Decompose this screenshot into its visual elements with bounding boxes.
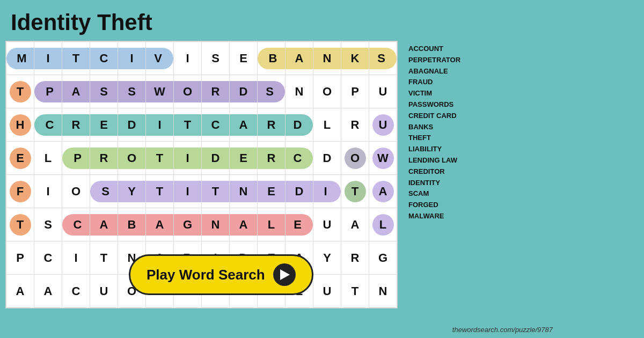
cell-highlight: A [230, 214, 257, 236]
grid-cell: S [258, 75, 286, 108]
grid-cell: P [341, 75, 369, 108]
cell-highlight: L [372, 214, 394, 236]
cell-highlight: V [146, 48, 173, 69]
grid-cell: O [341, 142, 369, 175]
play-button[interactable]: Play Word Search [129, 254, 313, 295]
grid-cell: S [34, 208, 62, 241]
grid-cell: D [118, 108, 146, 142]
grid-cell: C [34, 108, 62, 142]
grid-cell: T [341, 175, 369, 208]
cell-highlight: S [90, 181, 118, 202]
cell-highlight: F [10, 181, 31, 202]
cell-highlight: L [258, 214, 285, 236]
grid-cell: U [90, 275, 118, 308]
cell-highlight: A [286, 48, 313, 69]
grid-cell: B [118, 208, 146, 241]
cell-highlight: E [90, 114, 118, 136]
grid-cell: I [174, 142, 202, 175]
grid-cell: R [90, 142, 118, 175]
word-list-item: VICTIM [408, 88, 484, 99]
cell-highlight: T [62, 48, 90, 69]
grid-cell: D [230, 75, 258, 108]
cell-highlight: D [286, 114, 313, 136]
cell-highlight: A [372, 181, 394, 202]
grid-cell: S [202, 42, 230, 75]
word-list-item: PASSWORDS [408, 99, 484, 111]
cell-highlight: R [202, 81, 229, 102]
grid-cell: I [174, 175, 202, 208]
cell-highlight: R [62, 114, 90, 136]
cell-highlight: B [258, 48, 285, 69]
grid-cell: T [341, 275, 369, 308]
cell-highlight: I [174, 181, 201, 202]
cell-highlight: C [62, 214, 90, 236]
cell-highlight: A [90, 214, 118, 236]
grid-cell: T [90, 241, 118, 275]
grid-cell: E [230, 142, 258, 175]
grid-cell: D [286, 108, 313, 142]
main-area: MITCIVISEBANKSTPASSWORDSNOPUHCREDITCARDL… [0, 41, 644, 308]
grid-cell: N [202, 208, 230, 241]
word-list-item: ACCOUNT [408, 43, 484, 55]
grid-cell: R [258, 108, 286, 142]
cell-highlight: A [62, 81, 90, 102]
cell-highlight: T [146, 148, 173, 169]
grid-cell: A [90, 208, 118, 241]
grid-cell: O [174, 75, 202, 108]
cell-highlight: R [258, 114, 285, 136]
grid-cell: O [313, 75, 341, 108]
cell-highlight: N [230, 181, 257, 202]
cell-highlight: D [230, 81, 257, 102]
grid-cell: W [369, 142, 397, 175]
cell-highlight: E [286, 214, 313, 236]
grid-cell: Y [313, 241, 341, 275]
grid-cell: T [6, 75, 34, 108]
grid-cell: C [286, 142, 313, 175]
grid-cell: D [202, 142, 230, 175]
cell-highlight: D [118, 114, 145, 136]
grid-cell: C [90, 42, 118, 75]
grid-cell: C [62, 208, 90, 241]
grid-cell: V [146, 42, 174, 75]
word-list-item: LIABILITY [408, 144, 484, 155]
grid-cell: T [146, 175, 174, 208]
word-list-item: LENDING LAW [408, 155, 484, 166]
grid-cell: O [118, 142, 146, 175]
grid-cell: R [62, 108, 90, 142]
grid-cell: O [62, 175, 90, 208]
grid-cell: S [118, 75, 146, 108]
cell-highlight: W [372, 148, 394, 169]
grid-cell: I [146, 108, 174, 142]
grid-cell: A [146, 208, 174, 241]
word-list: ACCOUNTPERPETRATORABAGNALEFRAUDVICTIMPAS… [403, 41, 489, 308]
grid-cell: I [174, 42, 202, 75]
grid-cell: M [6, 42, 34, 75]
grid-cell: F [6, 175, 34, 208]
cell-highlight: E [230, 148, 257, 169]
cell-highlight: W [146, 81, 173, 102]
cell-highlight: U [372, 114, 394, 136]
grid-cell: U [313, 208, 341, 241]
cell-highlight: A [146, 214, 173, 236]
grid-cell: A [230, 208, 258, 241]
cell-highlight: E [258, 181, 285, 202]
word-list-item: ABAGNALE [408, 66, 484, 77]
grid-cell: N [369, 275, 397, 308]
cell-highlight: C [34, 114, 62, 136]
cell-highlight: G [174, 214, 201, 236]
cell-highlight: C [90, 48, 118, 69]
cell-highlight: M [6, 48, 34, 69]
cell-highlight: O [174, 81, 201, 102]
cell-highlight: D [286, 181, 313, 202]
grid-cell: T [6, 208, 34, 241]
grid-cell: I [34, 42, 62, 75]
cell-highlight: C [202, 114, 229, 136]
cell-highlight: H [10, 114, 31, 136]
word-list-item: THEFT [408, 133, 484, 144]
cell-highlight: I [146, 114, 173, 136]
cell-highlight: C [286, 148, 313, 169]
play-icon [273, 263, 296, 286]
word-list-item: CREDITOR [408, 166, 484, 178]
cell-highlight: N [313, 48, 341, 69]
cell-highlight: T [174, 114, 201, 136]
